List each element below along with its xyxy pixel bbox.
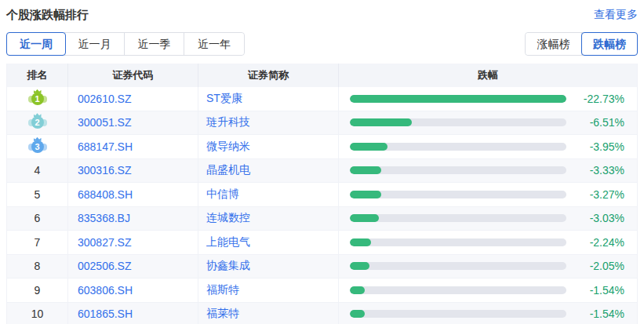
- bar-fill: [350, 214, 379, 222]
- rank-cell: 8: [7, 255, 68, 278]
- rank-number: 6: [35, 212, 41, 224]
- table-row[interactable]: 9 603806.SH 福斯特 -1.54%: [7, 278, 637, 303]
- table-row[interactable]: 7 300827.SZ 上能电气 -2.24%: [7, 231, 637, 255]
- time-range-tabs: 近一周 近一月 近一季 近一年: [6, 32, 245, 56]
- change-percent: -22.73%: [579, 93, 624, 105]
- drop-cell: -22.73%: [339, 87, 637, 111]
- rank-medal-icon: 1: [28, 91, 47, 107]
- bar-track: [350, 118, 566, 126]
- rank-number: 4: [35, 164, 41, 177]
- rank-medal-icon: 3: [28, 139, 47, 155]
- stock-name[interactable]: 中信博: [198, 183, 339, 206]
- stock-code[interactable]: 300051.SZ: [68, 111, 198, 135]
- bar-track: [350, 262, 566, 270]
- table-row[interactable]: 5 688408.SH 中信博 -3.27%: [7, 183, 637, 207]
- change-percent: -3.33%: [579, 164, 624, 177]
- stock-name[interactable]: 琏升科技: [198, 111, 339, 135]
- stock-code[interactable]: 300827.SZ: [68, 231, 198, 254]
- column-header-drop: 跌幅: [339, 64, 637, 87]
- stock-code[interactable]: 002610.SZ: [68, 87, 198, 111]
- bar-track: [350, 143, 566, 151]
- table-row[interactable]: 4 300316.SZ 晶盛机电 -3.33%: [7, 159, 637, 184]
- stock-name[interactable]: 连城数控: [198, 207, 339, 231]
- change-percent: -2.24%: [579, 236, 624, 249]
- tab-board-1[interactable]: 跌幅榜: [581, 32, 638, 56]
- ranking-table: 排名 证券代码 证券简称 跌幅 1 002610.SZ ST爱康 -22.73%…: [6, 64, 638, 324]
- stock-code[interactable]: 300316.SZ: [68, 159, 198, 183]
- stock-name[interactable]: ST爱康: [198, 87, 339, 111]
- bar-fill: [350, 191, 381, 198]
- column-header-code: 证券代码: [68, 64, 198, 87]
- table-header-row: 排名 证券代码 证券简称 跌幅: [7, 64, 637, 87]
- drop-cell: -3.95%: [339, 135, 637, 158]
- rank-number: 9: [35, 284, 41, 297]
- rank-cell: 7: [7, 231, 68, 254]
- table-row[interactable]: 8 002506.SZ 协鑫集成 -2.05%: [7, 255, 637, 279]
- rank-number: 7: [35, 236, 41, 249]
- rank-cell: 9: [7, 278, 68, 302]
- tab-time-2[interactable]: 近一季: [125, 33, 184, 55]
- stock-name[interactable]: 福莱特: [198, 303, 339, 324]
- stock-name[interactable]: 福斯特: [198, 278, 339, 302]
- bar-fill: [350, 166, 381, 174]
- stock-code[interactable]: 601865.SH: [68, 303, 198, 324]
- stock-name[interactable]: 上能电气: [198, 231, 339, 254]
- bar-track: [350, 310, 566, 318]
- drop-cell: -1.54%: [339, 303, 637, 324]
- bar-track: [350, 286, 566, 294]
- table-body: 1 002610.SZ ST爱康 -22.73% 2 300051.SZ 琏升科…: [7, 87, 637, 324]
- tab-board-0[interactable]: 涨幅榜: [526, 33, 582, 55]
- stock-code[interactable]: 603806.SH: [68, 278, 198, 302]
- drop-cell: -6.51%: [339, 111, 637, 135]
- drop-cell: -1.54%: [339, 278, 637, 302]
- tab-time-0[interactable]: 近一周: [6, 32, 66, 56]
- table-row[interactable]: 2 300051.SZ 琏升科技 -6.51%: [7, 111, 637, 136]
- stock-code[interactable]: 835368.BJ: [68, 207, 198, 231]
- drop-cell: -2.24%: [339, 231, 637, 254]
- bar-track: [350, 191, 566, 198]
- change-percent: -3.27%: [579, 188, 624, 201]
- rank-cell: 1: [7, 87, 68, 111]
- filter-bar: 近一周 近一月 近一季 近一年 涨幅榜 跌幅榜: [6, 32, 638, 56]
- change-percent: -3.03%: [579, 212, 624, 224]
- change-percent: -6.51%: [579, 116, 624, 129]
- table-row[interactable]: 10 601865.SH 福莱特 -1.54%: [7, 303, 637, 324]
- tab-time-1[interactable]: 近一月: [65, 33, 125, 55]
- table-row[interactable]: 1 002610.SZ ST爱康 -22.73%: [7, 87, 637, 111]
- rank-number: 5: [35, 188, 41, 201]
- bar-track: [350, 214, 566, 222]
- change-percent: -2.05%: [579, 260, 624, 272]
- drop-cell: -3.03%: [339, 207, 637, 231]
- stock-name[interactable]: 协鑫集成: [198, 255, 339, 278]
- bar-fill: [350, 118, 412, 126]
- bar-fill: [350, 238, 371, 246]
- change-percent: -1.54%: [579, 284, 624, 297]
- bar-fill: [350, 286, 365, 294]
- page-title: 个股涨跌幅排行: [6, 8, 89, 23]
- stock-code[interactable]: 688147.SH: [68, 135, 198, 158]
- rank-number: 10: [31, 308, 44, 320]
- stock-code[interactable]: 688408.SH: [68, 183, 198, 206]
- bar-fill: [350, 262, 369, 270]
- board-toggle: 涨幅榜 跌幅榜: [525, 32, 638, 56]
- bar-fill: [350, 143, 387, 151]
- rank-cell: 3: [7, 135, 68, 158]
- rank-number: 8: [35, 260, 41, 272]
- bar-fill: [350, 310, 365, 318]
- stock-name[interactable]: 微导纳米: [198, 135, 339, 158]
- stock-name[interactable]: 晶盛机电: [198, 159, 339, 183]
- rank-medal-icon: 2: [28, 115, 47, 130]
- bar-track: [350, 238, 566, 246]
- stock-code[interactable]: 002506.SZ: [68, 255, 198, 278]
- tab-time-3[interactable]: 近一年: [184, 33, 244, 55]
- rank-cell: 5: [7, 183, 68, 206]
- change-percent: -3.95%: [579, 140, 624, 153]
- bar-track: [350, 166, 566, 174]
- table-row[interactable]: 3 688147.SH 微导纳米 -3.95%: [7, 135, 637, 159]
- change-percent: -1.54%: [579, 308, 624, 320]
- drop-cell: -3.33%: [339, 159, 637, 183]
- view-more-link[interactable]: 查看更多: [594, 8, 638, 22]
- rank-cell: 4: [7, 159, 68, 183]
- column-header-rank: 排名: [7, 64, 68, 87]
- table-row[interactable]: 6 835368.BJ 连城数控 -3.03%: [7, 207, 637, 231]
